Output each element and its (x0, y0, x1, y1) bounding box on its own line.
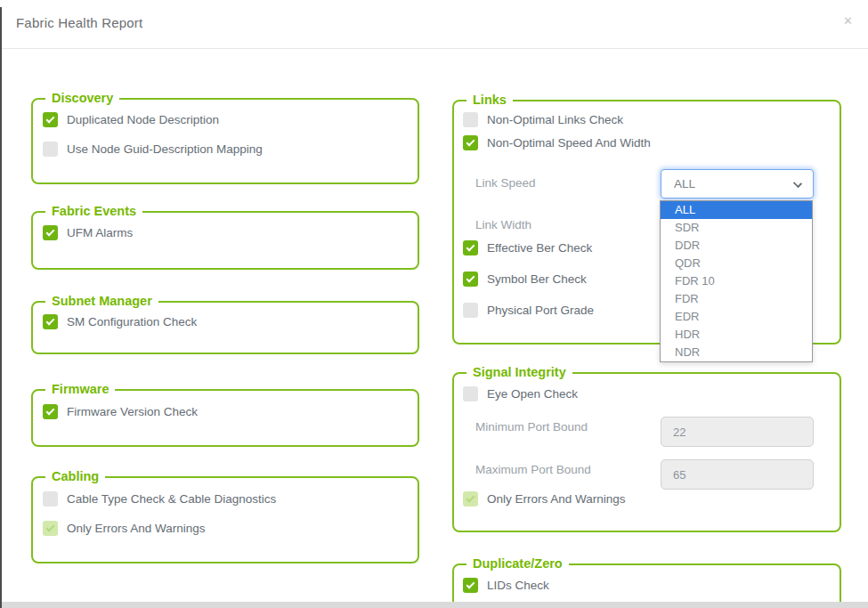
row-firmware-version-check: Firmware Version Check (43, 403, 418, 419)
checkbox-cable-type-check[interactable] (43, 491, 58, 507)
row-ufm-alarms: UFM Alarms (43, 224, 418, 240)
section-cabling: Cabling Cable Type Check & Cable Diagnos… (31, 476, 419, 563)
maximum-port-bound-label: Maximum Port Bound (475, 463, 591, 476)
dropdown-option-edr[interactable]: EDR (661, 308, 812, 326)
section-legend: Signal Integrity (466, 365, 572, 379)
dropdown-option-all[interactable]: ALL (661, 201, 812, 219)
checkbox-label: Physical Port Grade (487, 304, 594, 317)
check-icon (46, 114, 55, 123)
checkbox-signal-only-errors-warnings (463, 491, 478, 507)
checkbox-label: Firmware Version Check (67, 405, 198, 418)
dialog-bottom-edge (2, 602, 868, 608)
row-duplicated-node-description: Duplicated Node Description (43, 111, 418, 127)
check-icon (466, 273, 475, 282)
row-use-node-guid-mapping: Use Node Guid-Description Mapping (43, 141, 418, 157)
maximum-port-bound-input (661, 459, 814, 490)
row-lids-check: LIDs Check (463, 577, 549, 593)
checkbox-use-node-guid-mapping[interactable] (43, 142, 58, 157)
checkbox-non-optimal-links-check[interactable] (463, 112, 478, 127)
checkbox-ufm-alarms[interactable] (43, 225, 58, 240)
page-left-edge (0, 7, 2, 608)
row-non-optimal-links-check: Non-Optimal Links Check (463, 111, 623, 127)
check-icon (466, 493, 475, 502)
dialog-header: Fabric Health Report ✕ (0, 0, 868, 49)
check-icon (46, 406, 55, 415)
section-legend: Firmware (45, 382, 115, 396)
checkbox-duplicated-node-description[interactable] (43, 112, 58, 127)
checkbox-firmware-version-check[interactable] (43, 404, 58, 419)
checkbox-label: Non-Optimal Links Check (487, 113, 623, 126)
section-legend: Subnet Manager (45, 294, 158, 308)
section-subnet-manager: Subnet Manager SM Configuration Check (31, 301, 419, 354)
section-fabric-events: Fabric Events UFM Alarms (31, 211, 419, 270)
section-firmware: Firmware Firmware Version Check (31, 389, 419, 447)
row-cable-type-check: Cable Type Check & Cable Diagnostics (43, 490, 418, 507)
row-physical-port-grade: Physical Port Grade (463, 302, 594, 318)
checkbox-label: Only Errors And Warnings (67, 522, 206, 535)
left-column: Discovery Duplicated Node Description Us… (31, 98, 419, 563)
row-symbol-ber-check: Symbol Ber Check (463, 271, 587, 287)
checkbox-label: SM Configuration Check (67, 315, 197, 328)
dropdown-option-hdr[interactable]: HDR (661, 326, 812, 344)
checkbox-label: Effective Ber Check (487, 241, 592, 255)
section-signal-integrity: Signal Integrity Eye Open Check Minimum … (452, 372, 841, 532)
close-icon[interactable]: ✕ (843, 14, 853, 28)
row-cabling-only-errors-warnings: Only Errors And Warnings (43, 520, 418, 536)
checkbox-effective-ber-check[interactable] (463, 240, 478, 255)
dropdown-option-fdr[interactable]: FDR (661, 290, 812, 308)
link-width-label: Link Width (475, 218, 531, 231)
check-icon (46, 227, 55, 236)
dropdown-option-ddr[interactable]: DDR (661, 237, 812, 255)
checkbox-label: Cable Type Check & Cable Diagnostics (67, 492, 276, 506)
checkbox-label: Duplicated Node Description (67, 113, 219, 126)
checkbox-label: Only Errors And Warnings (487, 492, 626, 506)
link-speed-label: Link Speed (475, 176, 536, 190)
checkbox-label: LIDs Check (487, 579, 549, 592)
checkbox-label: Non-Optimal Speed And Width (487, 136, 651, 150)
check-icon (466, 242, 475, 251)
section-legend: Fabric Events (45, 204, 142, 218)
check-icon (46, 523, 55, 531)
section-legend: Duplicate/Zero (466, 556, 569, 571)
checkbox-label: Use Node Guid-Description Mapping (67, 142, 263, 156)
checkbox-cabling-only-errors-warnings (43, 521, 58, 536)
dropdown-option-ndr[interactable]: NDR (661, 344, 812, 361)
checkbox-sm-configuration-check[interactable] (43, 314, 58, 329)
row-eye-open-check: Eye Open Check (463, 385, 578, 401)
minimum-port-bound-label: Minimum Port Bound (475, 420, 588, 434)
checkbox-label: Symbol Ber Check (487, 272, 587, 286)
chevron-down-icon (793, 179, 802, 188)
link-speed-select-value: ALL (674, 177, 695, 191)
checkbox-eye-open-check[interactable] (463, 386, 478, 401)
link-speed-dropdown-list: ALL SDR DDR QDR FDR 10 FDR EDR HDR NDR (660, 200, 813, 362)
check-icon (46, 316, 55, 325)
row-effective-ber-check: Effective Ber Check (463, 239, 592, 255)
checkbox-lids-check[interactable] (463, 578, 478, 593)
checkbox-symbol-ber-check[interactable] (463, 272, 478, 287)
dropdown-option-fdr10[interactable]: FDR 10 (661, 272, 812, 290)
row-sm-configuration-check: SM Configuration Check (43, 313, 418, 329)
section-discovery: Discovery Duplicated Node Description Us… (31, 98, 419, 184)
minimum-port-bound-input (661, 417, 814, 447)
checkbox-non-optimal-speed-width[interactable] (463, 135, 478, 150)
row-signal-only-errors-warnings: Only Errors And Warnings (463, 490, 626, 507)
section-legend: Links (466, 93, 513, 107)
dialog-title: Fabric Health Report (16, 15, 142, 30)
check-icon (466, 580, 475, 588)
check-icon (466, 137, 475, 146)
link-speed-select[interactable]: ALL (661, 169, 814, 199)
checkbox-label: Eye Open Check (487, 387, 578, 401)
dropdown-option-sdr[interactable]: SDR (661, 219, 812, 237)
section-legend: Cabling (45, 469, 105, 483)
checkbox-label: UFM Alarms (67, 226, 133, 239)
row-non-optimal-speed-width: Non-Optimal Speed And Width (463, 134, 651, 150)
checkbox-physical-port-grade[interactable] (463, 303, 478, 318)
dropdown-option-qdr[interactable]: QDR (661, 255, 812, 272)
section-legend: Discovery (45, 91, 119, 105)
